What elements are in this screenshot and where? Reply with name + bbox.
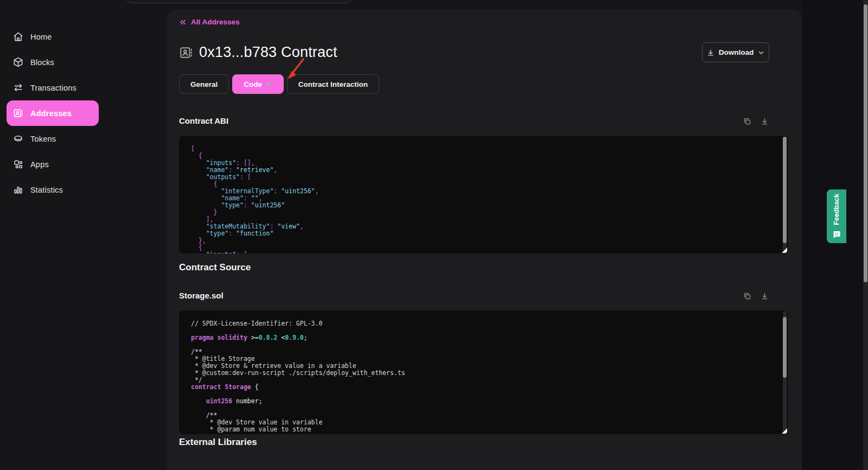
sidebar-item-transactions[interactable]: Transactions xyxy=(0,75,167,100)
cube-icon xyxy=(13,57,23,67)
sidebar-item-blocks[interactable]: Blocks xyxy=(0,49,167,75)
home-icon xyxy=(13,31,23,42)
sidebar-item-label: Home xyxy=(30,33,52,41)
download-icon[interactable] xyxy=(761,117,769,125)
blockscout-app: Home Blocks Transactions Addresses Token… xyxy=(0,0,868,470)
tab-label: General xyxy=(190,80,218,88)
checkmark-icon: ✔ xyxy=(266,80,272,88)
source-code: // SPDX-License-Identifier: GPL-3.0 prag… xyxy=(191,320,771,433)
feedback-label: Feedback xyxy=(833,194,840,225)
sidebar: Home Blocks Transactions Addresses Token… xyxy=(0,0,167,470)
arrows-swap-icon xyxy=(13,82,23,93)
coin-icon xyxy=(13,134,23,144)
page-title: 0x13...b783 Contract xyxy=(199,44,337,61)
sidebar-item-home[interactable]: Home xyxy=(0,24,167,49)
title-row: 0x13...b783 Contract xyxy=(179,44,337,61)
source-file-name: Storage.sol xyxy=(179,291,224,300)
copy-icon[interactable] xyxy=(743,117,751,125)
abi-code-scrollbar[interactable] xyxy=(783,137,787,252)
tab-code[interactable]: Code ✔ xyxy=(232,74,283,94)
sidebar-item-label: Blocks xyxy=(30,58,54,67)
source-code-scrollbar[interactable] xyxy=(783,312,787,433)
apps-grid-icon xyxy=(13,159,23,169)
tab-label: Contract Interaction xyxy=(298,80,368,88)
tab-label: Code xyxy=(244,80,262,88)
contract-source-code-block[interactable]: // SPDX-License-Identifier: GPL-3.0 prag… xyxy=(179,310,788,434)
sidebar-item-label: Addresses xyxy=(30,109,72,118)
double-chevron-left-icon xyxy=(179,18,187,26)
download-button[interactable]: Download xyxy=(702,42,769,62)
tab-bar: General Code ✔ Contract Interaction xyxy=(179,74,379,94)
page-scrollbar-thumb[interactable] xyxy=(864,4,867,282)
contract-source-heading: Contract Source xyxy=(179,262,251,273)
external-libraries-heading: External Libraries xyxy=(179,437,257,448)
breadcrumb-all-addresses[interactable]: All Addresses xyxy=(179,18,240,26)
download-icon[interactable] xyxy=(761,292,769,300)
download-label: Download xyxy=(719,48,754,56)
contract-abi-code-block[interactable]: [ { "inputs": [], "name": "retrieve", "o… xyxy=(179,136,788,253)
sidebar-item-addresses[interactable]: Addresses xyxy=(7,100,99,126)
sidebar-item-label: Statistics xyxy=(30,186,63,194)
contract-abi-heading: Contract ABI xyxy=(179,116,228,125)
download-icon xyxy=(707,49,714,56)
breadcrumb-label: All Addresses xyxy=(191,18,240,26)
sidebar-item-label: Tokens xyxy=(30,135,56,143)
feedback-button[interactable]: Feedback xyxy=(827,189,846,243)
abi-header-actions xyxy=(743,117,769,125)
tab-general[interactable]: General xyxy=(179,74,229,94)
copy-icon[interactable] xyxy=(743,292,751,300)
tab-contract-interaction[interactable]: Contract Interaction xyxy=(287,74,379,94)
sidebar-item-statistics[interactable]: Statistics xyxy=(0,177,167,202)
contact-card-icon xyxy=(179,46,193,60)
sidebar-item-apps[interactable]: Apps xyxy=(0,151,167,177)
abi-code: [ { "inputs": [], "name": "retrieve", "o… xyxy=(191,145,771,253)
main-panel: All Addresses 0x13...b783 Contract Downl… xyxy=(167,10,802,470)
chevron-down-icon xyxy=(758,49,764,56)
sidebar-item-label: Transactions xyxy=(30,84,76,92)
bar-chart-icon xyxy=(13,185,23,195)
source-header-actions xyxy=(743,292,769,300)
page-scrollbar[interactable] xyxy=(863,0,868,470)
sidebar-item-label: Apps xyxy=(30,160,49,169)
chat-smiley-icon xyxy=(832,230,841,239)
contact-card-icon xyxy=(13,108,23,118)
sidebar-item-tokens[interactable]: Tokens xyxy=(0,126,167,151)
